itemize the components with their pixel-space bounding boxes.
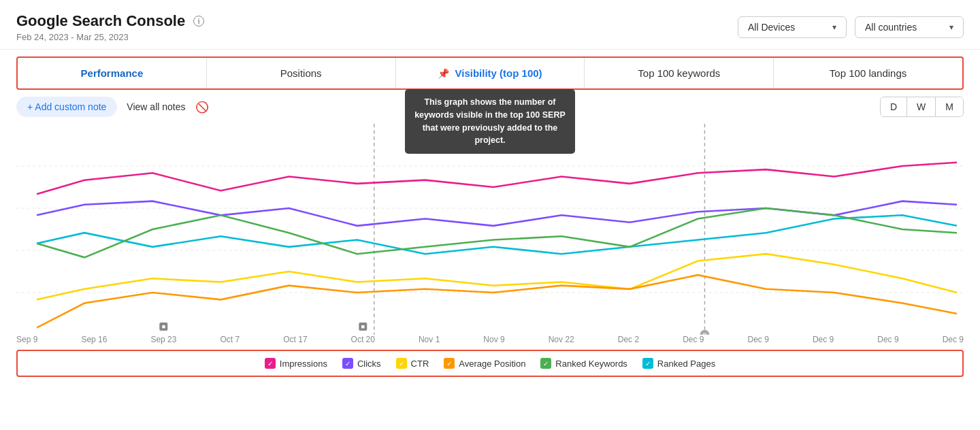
app-title: Google Search Console i [16,12,204,30]
countries-label: All countries [865,22,917,33]
ctr-label: CTR [411,359,429,369]
ranked-keywords-checkbox[interactable]: ✓ [540,358,551,369]
avg-position-label: Average Position [459,359,525,369]
annotation-oct20[interactable]: ■ [359,322,367,331]
tab-top100landings-label: Top 100 landings [830,67,906,79]
x-label-nov22: Nov 22 [549,335,574,344]
add-note-label: + Add custom note [27,101,106,112]
clicks-label: Clicks [357,359,381,369]
legend-ranked-keywords: ✓ Ranked Keywords [540,358,627,369]
view-notes-label: View all notes [127,101,185,112]
tab-visibility-label: Visibility (top 100) [455,67,542,79]
info-icon[interactable]: i [193,16,204,27]
x-label-dec9a: Dec 9 [683,335,704,344]
line-chart: G [16,124,964,335]
avg-position-checkbox[interactable]: ✓ [444,358,455,369]
clicks-checkbox[interactable]: ✓ [342,358,353,369]
tab-performance-label: Performance [81,67,144,79]
header-left: Google Search Console i Feb 24, 2023 - M… [16,12,204,42]
x-label-oct20: ■ Oct 20 [351,335,375,344]
ranked-keywords-label: Ranked Keywords [555,359,627,369]
x-label-dec9c: Dec 9 [813,335,834,344]
legend-avg-position: ✓ Average Position [444,358,525,369]
x-label-dec9d: Dec 9 [877,335,898,344]
legend-ctr: ✓ CTR [396,358,429,369]
x-label-dec2: Dec 2 [618,335,639,344]
date-range: Feb 24, 2023 - Mar 25, 2023 [16,32,204,42]
devices-label: All Devices [748,22,795,33]
ranked-pages-label: Ranked Pages [657,359,715,369]
x-label-dec9b: Dec 9 [748,335,769,344]
chart-area: G [16,124,964,335]
legend-impressions: ✓ Impressions [265,358,327,369]
x-label-sep16: Sep 16 [81,335,107,344]
annotation-sep23[interactable]: ■ [160,322,167,331]
tab-top100landings[interactable]: Top 100 landings [774,58,962,88]
tab-top100keywords[interactable]: Top 100 keywords [585,58,774,88]
x-axis: Sep 9 Sep 16 ■ Sep 23 Oct 7 Oct 17 ■ Oct… [0,335,980,344]
x-label-oct7: Oct 7 [220,335,240,344]
tab-top100keywords-label: Top 100 keywords [638,67,720,79]
header: Google Search Console i Feb 24, 2023 - M… [0,0,980,50]
legend-ranked-pages: ✓ Ranked Pages [642,358,715,369]
x-label-oct17: Oct 17 [283,335,307,344]
header-right: All Devices ▾ All countries ▾ [738,16,964,38]
ranked-pages-checkbox[interactable]: ✓ [642,358,653,369]
impressions-label: Impressions [280,359,327,369]
title-text: Google Search Console [16,12,185,30]
tab-positions-label: Positions [280,67,322,79]
x-label-nov1: Nov 1 [419,335,440,344]
x-label-nov9: Nov 9 [483,335,504,344]
view-all-notes-button[interactable]: View all notes [127,101,185,112]
x-label-sep9: Sep 9 [16,335,37,344]
tab-visibility[interactable]: 📌 Visibility (top 100) This graph shows … [396,58,585,88]
legend-bar: ✓ Impressions ✓ Clicks ✓ CTR ✓ Average P… [16,350,964,377]
countries-dropdown[interactable]: All countries ▾ [855,16,964,38]
toolbar: + Add custom note View all notes 🚫 D W M [0,90,980,124]
tabs-bar: Performance Positions 📌 Visibility (top … [16,56,964,90]
month-button[interactable]: M [936,97,963,116]
day-button[interactable]: D [881,97,907,116]
devices-dropdown[interactable]: All Devices ▾ [738,16,847,38]
legend-clicks: ✓ Clicks [342,358,381,369]
ctr-checkbox[interactable]: ✓ [396,358,407,369]
chevron-down-icon: ▾ [832,22,836,32]
x-label-dec9e: Dec 9 [943,335,964,344]
dwm-group: D W M [880,97,964,117]
pin-icon: 📌 [438,68,449,79]
impressions-checkbox[interactable]: ✓ [265,358,276,369]
week-button[interactable]: W [907,97,936,116]
chevron-down-icon: ▾ [949,22,953,32]
add-custom-note-button[interactable]: + Add custom note [16,97,117,117]
tab-positions[interactable]: Positions [207,58,396,88]
tab-performance[interactable]: Performance [18,58,207,88]
eye-off-icon[interactable]: 🚫 [195,101,209,114]
x-label-sep23: ■ Sep 23 [150,335,176,344]
